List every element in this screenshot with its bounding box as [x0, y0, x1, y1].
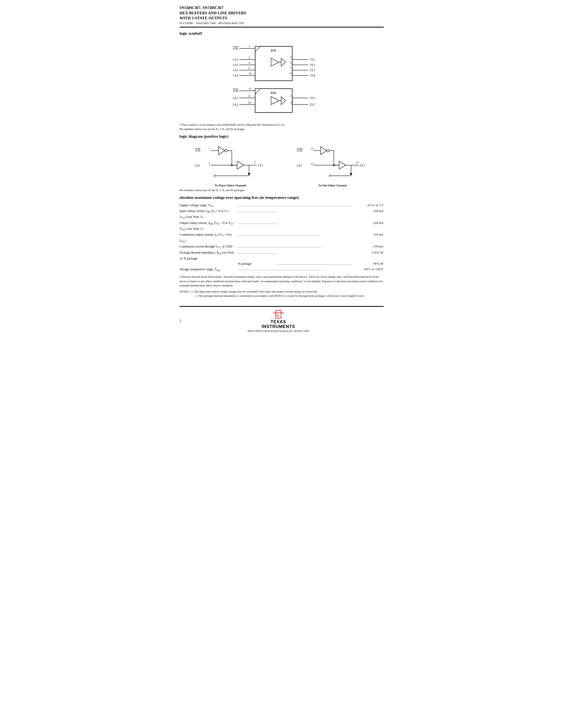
svg-text:7: 7 [290, 66, 292, 70]
svg-text:4: 4 [248, 61, 250, 64]
svg-marker-92 [350, 173, 352, 176]
header-subtitle: SCLS309B – JANUARY 1996 – REVISED MAY 19… [180, 21, 384, 25]
svg-text:1Y2: 1Y2 [310, 63, 315, 67]
svg-text:1: 1 [248, 45, 250, 48]
svg-text:2A2: 2A2 [232, 103, 238, 106]
svg-text:12: 12 [311, 162, 314, 165]
rating-row-cont-vcc: Continuous current through VCC or GND ..… [180, 244, 384, 250]
svg-marker-87 [339, 161, 346, 169]
logic-symbol-footnote1: † This symbol is in accordance with ANSI… [180, 123, 384, 126]
rating-row-output-clamp: Output clamp current, IOK (VO < 0 or VO … [180, 220, 384, 232]
svg-text:6: 6 [248, 66, 250, 70]
svg-marker-36 [281, 97, 286, 105]
logic-symbol-footnote2: Pin numbers shown are for the D, J, N, a… [180, 127, 384, 131]
svg-marker-71 [248, 173, 250, 176]
logic-diagram-right-svg: 2OE 15 2A1 12 [296, 141, 370, 184]
svg-text:1A1: 1A1 [195, 164, 200, 167]
svg-text:13: 13 [290, 101, 293, 104]
svg-text:2A1: 2A1 [232, 96, 238, 100]
svg-text:1OE: 1OE [195, 149, 200, 152]
rating-row-thermal-d: Package thermal impedance, θJA (see Note… [180, 250, 384, 261]
ti-logo-icon: TI [272, 309, 285, 320]
rating-row-input-clamp: Input clamp current, IIK (VI < 0 or VI >… [180, 208, 384, 220]
svg-text:3: 3 [254, 161, 255, 164]
svg-text:15: 15 [311, 147, 314, 150]
svg-text:2OE: 2OE [232, 89, 238, 93]
header-title: SN54HC367, SN74HC367 HEX BUFFERS AND LIN… [180, 5, 384, 21]
ratings-footnotes: ‡ Stresses beyond those listed under "ab… [180, 275, 384, 298]
footer-logo-texas: TEXAS [271, 320, 286, 324]
svg-text:10: 10 [248, 72, 252, 75]
logic-symbol-section: logic symbol† EN 1OE 1 [180, 31, 384, 131]
svg-text:2: 2 [248, 56, 250, 59]
rating-row-cont-output: Continuous output current, IO (VO = 0 to… [180, 232, 384, 244]
notes-header: NOTES: 1. The input and output voltage r… [180, 289, 384, 294]
logic-diagram-left-svg: 1OE 1 1A1 2 [193, 141, 267, 184]
svg-text:2Y2: 2Y2 [310, 103, 315, 106]
svg-text:1Y1: 1Y1 [310, 58, 315, 61]
diagram-caption-right: To One Other Channel [318, 184, 347, 187]
ratings-list: Supply voltage range, VCC ..............… [180, 203, 384, 273]
svg-text:1Y1: 1Y1 [258, 164, 263, 167]
svg-text:12: 12 [248, 94, 251, 97]
ratings-section: absolute maximum ratings over operating … [180, 195, 384, 298]
svg-text:1Y3: 1Y3 [310, 68, 315, 72]
footer-page: 2 [180, 318, 181, 323]
footer: 2 TI TEXAS INSTRUMENTS POST OFFICE BOX 6… [180, 309, 384, 332]
svg-text:2: 2 [209, 162, 210, 165]
svg-marker-6 [255, 46, 260, 52]
svg-text:EN: EN [271, 48, 276, 52]
ratings-title: absolute maximum ratings over operating … [180, 195, 384, 200]
logic-diagram-footnote: Pin numbers shown are for the D, J, N, a… [180, 188, 384, 192]
svg-text:3: 3 [290, 56, 292, 59]
svg-text:5: 5 [290, 61, 292, 64]
svg-marker-66 [237, 161, 244, 169]
svg-text:14: 14 [248, 101, 251, 104]
svg-point-79 [327, 149, 329, 152]
logic-diagram-wrapper: 1OE 1 1A1 2 [180, 141, 384, 187]
svg-marker-35 [271, 97, 279, 105]
header: SN54HC367, SN74HC367 HEX BUFFERS AND LIN… [180, 5, 384, 28]
svg-text:11: 11 [290, 94, 293, 97]
svg-text:2Y1: 2Y1 [360, 164, 365, 167]
footer-logo-container: TI TEXAS INSTRUMENTS POST OFFICE BOX 655… [248, 309, 309, 332]
footer-rule [180, 306, 384, 307]
svg-text:1Y4: 1Y4 [310, 74, 315, 77]
logic-diagram-right: 2OE 15 2A1 12 [296, 141, 370, 187]
svg-text:1OE: 1OE [232, 47, 238, 50]
svg-text:1A3: 1A3 [232, 68, 238, 72]
svg-text:2Y1: 2Y1 [310, 96, 315, 100]
svg-marker-2 [271, 58, 279, 66]
logic-diagram-section: logic diagram (positive logic) 1OE 1 [180, 134, 384, 192]
logic-diagram-left: 1OE 1 1A1 2 [193, 141, 267, 187]
svg-marker-78 [321, 147, 327, 155]
svg-marker-57 [218, 147, 225, 155]
svg-text:TI: TI [276, 314, 279, 317]
rating-row-thermal-n: N package ..............................… [180, 261, 384, 266]
logic-symbol-svg: EN 1OE 1 1A1 2 1A2 4 [218, 38, 345, 120]
svg-text:2A1: 2A1 [297, 164, 302, 167]
svg-text:1A1: 1A1 [232, 58, 238, 61]
svg-text:11: 11 [356, 161, 359, 164]
footer-logo-instruments: INSTRUMENTS [261, 324, 295, 329]
rating-row-storage: Storage temperature range, Tstg ........… [180, 267, 384, 272]
svg-text:1A2: 1A2 [232, 63, 238, 67]
svg-point-58 [225, 149, 227, 152]
svg-text:15: 15 [248, 87, 252, 90]
svg-text:2OE: 2OE [297, 149, 303, 152]
header-rule [180, 27, 384, 28]
logic-diagram-title: logic diagram (positive logic) [180, 134, 384, 139]
svg-text:9: 9 [290, 72, 292, 75]
ratings-main-note: ‡ Stresses beyond those listed under "ab… [180, 275, 384, 288]
svg-text:1A4: 1A4 [232, 74, 238, 77]
note2: 2. The package thermal impedance is calc… [195, 294, 384, 298]
diagram-caption-left: To Three Other Channels [214, 184, 246, 187]
svg-marker-3 [281, 58, 286, 66]
footer-address: POST OFFICE BOX 655303 ● DALLAS, TEXAS 7… [248, 330, 309, 332]
rating-row-supply: Supply voltage range, VCC ..............… [180, 203, 384, 208]
logic-symbol-title: logic symbol† [180, 31, 384, 36]
svg-marker-39 [255, 89, 260, 94]
logic-symbol-diagram: EN 1OE 1 1A1 2 1A2 4 [180, 38, 384, 120]
svg-text:1: 1 [209, 147, 210, 150]
svg-text:EN: EN [271, 91, 276, 95]
